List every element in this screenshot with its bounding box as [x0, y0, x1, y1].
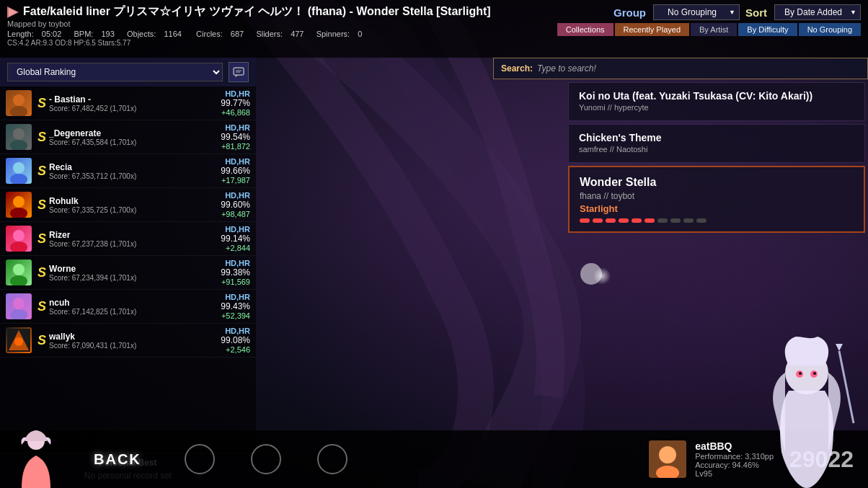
player-score: Score: 67,435,584 (1,701x) [49, 138, 221, 146]
active-song-artist: fhana // toybot [580, 191, 854, 201]
svg-point-31 [813, 372, 816, 375]
mode-button-1[interactable] [185, 444, 215, 474]
player-score: Score: 67,353,712 (1,700x) [49, 172, 221, 180]
song-full-title: Fate/kaleid liner プリスマ☆イリヤ ツヴァイ ヘルツ！ (fh… [23, 4, 491, 19]
diff-dot [580, 218, 590, 223]
mode-button-3[interactable] [317, 444, 347, 474]
avatar [6, 124, 32, 150]
score-details: HD,HR 99.66% +17,987 [221, 157, 250, 185]
score-details: HD,HR 99.08% +2,546 [221, 327, 250, 354]
player-name: - Bastian - [49, 94, 221, 105]
spinners-label: Spinners: [316, 30, 350, 38]
song-info-panel: Fate/kaleid liner プリスマ☆イリヤ ツヴァイ ヘルツ！ (fh… [7, 4, 557, 47]
svg-point-25 [659, 446, 676, 463]
bpm-value: 193 [101, 30, 114, 38]
ranking-dropdown[interactable]: Global Ranking [7, 63, 223, 81]
sort-label: Sort [745, 6, 767, 19]
svg-point-16 [10, 241, 27, 252]
score-details: HD,HR 99.14% +2,844 [221, 225, 250, 252]
circles-value: 687 [231, 30, 244, 38]
mode-button-2[interactable] [251, 444, 281, 474]
svg-point-12 [10, 174, 27, 184]
search-bar: Search: Type to search! [493, 58, 868, 79]
back-button-area: BACK [94, 451, 141, 468]
difficulty-dots [580, 218, 854, 223]
accuracy: 99.77% [221, 98, 250, 108]
svg-point-30 [799, 372, 802, 375]
sort-dropdown[interactable]: By Date Added [774, 4, 861, 20]
active-song-card[interactable]: Wonder Stella fhana // toybot Starlight [568, 166, 865, 233]
accuracy: 99.60% [221, 200, 250, 210]
player-name: ncuh [49, 298, 221, 308]
score-details: HD,HR 99.77% +46,868 [221, 89, 250, 117]
table-row[interactable]: S Rizer Score: 67,237,238 (1,701x) HD,HR… [0, 222, 256, 256]
table-row[interactable]: S wallyk Score: 67,090,431 (1,701x) HD,H… [0, 324, 256, 358]
player-name: wallyk [49, 332, 221, 342]
table-row[interactable]: S ncuh Score: 67,142,825 (1,701x) HD,HR … [0, 290, 256, 324]
mods: HD,HR [221, 327, 250, 335]
mods: HD,HR [221, 293, 250, 301]
avatar [6, 158, 32, 184]
pp-gain: +98,487 [221, 210, 250, 218]
pp-gain: +17,987 [221, 176, 250, 185]
mode-select-buttons [185, 444, 347, 474]
score-details: HD,HR 99.54% +81,872 [221, 123, 250, 151]
score-details: HD,HR 99.43% +52,394 [221, 293, 250, 320]
accuracy: 99.14% [221, 234, 250, 244]
svg-point-14 [10, 208, 27, 218]
group-dropdown[interactable]: No Grouping [653, 4, 740, 20]
accuracy: 99.38% [221, 267, 250, 278]
table-row[interactable]: S - Bastian - Score: 67,482,452 (1,701x)… [0, 86, 256, 120]
tab-collections[interactable]: Collections [557, 23, 614, 36]
mods: HD,HR [221, 123, 250, 132]
svg-point-20 [10, 309, 27, 319]
player-name: Worne [49, 264, 221, 274]
table-row[interactable]: S Recia Score: 67,353,712 (1,700x) HD,HR… [0, 154, 256, 188]
grade-icon: S [37, 198, 46, 213]
mods: HD,HR [221, 89, 250, 98]
mapped-by: Mapped by toybot [7, 19, 557, 28]
objects-value: 1164 [164, 30, 181, 38]
group-sort-row: Group No Grouping Sort By Date Added [614, 4, 861, 20]
group-label: Group [614, 6, 646, 19]
song-artist: Yunomi // hypercyte [579, 103, 854, 112]
diff-dot [657, 218, 668, 223]
table-row[interactable]: S Rohulk Score: 67,335,725 (1,700x) HD,H… [0, 188, 256, 222]
tab-recently-played[interactable]: Recently Played [615, 23, 690, 36]
tab-by-artist[interactable]: By Artist [691, 23, 737, 36]
svg-rect-4 [234, 68, 244, 75]
player-info: Recia Score: 67,353,712 (1,700x) [49, 162, 221, 180]
svg-point-15 [13, 230, 25, 241]
diff-dot [670, 218, 681, 223]
pp-gain: +81,872 [221, 142, 250, 151]
bottom-right-character [745, 337, 868, 488]
accuracy: 99.08% [221, 335, 250, 345]
grade-icon: S [37, 265, 46, 280]
list-item[interactable]: Koi no Uta (feat. Yuzaki Tsukasa (CV: Ki… [568, 82, 865, 121]
bottom-left-character [0, 430, 72, 488]
tab-by-difficulty[interactable]: By Difficulty [738, 23, 797, 36]
tab-no-grouping[interactable]: No Grouping [799, 23, 861, 36]
song-title: Koi no Uta (feat. Yuzaki Tsukasa (CV: Ki… [579, 90, 854, 102]
pp-gain: +91,569 [221, 278, 250, 286]
length-label: Length: [7, 30, 34, 38]
diff-dot [632, 218, 642, 223]
chat-icon[interactable] [229, 62, 249, 82]
avatar [6, 226, 32, 252]
svg-line-32 [839, 351, 854, 423]
svg-point-9 [13, 128, 25, 140]
player-score: Score: 67,482,452 (1,701x) [49, 105, 221, 112]
grade-icon: S [37, 299, 46, 314]
table-row[interactable]: S Worne Score: 67,234,394 (1,701x) HD,HR… [0, 256, 256, 290]
diff-dot [683, 218, 694, 223]
avatar [6, 259, 32, 285]
player-info: Rohulk Score: 67,335,725 (1,700x) [49, 196, 221, 214]
back-button[interactable]: BACK [94, 451, 141, 468]
filter-tabs: Collections Recently Played By Artist By… [557, 23, 861, 36]
list-item[interactable]: Chicken's Theme samfree // Naotoshi [568, 124, 865, 163]
grade-icon: S [37, 333, 46, 348]
sliders-value: 477 [291, 30, 304, 38]
player-info: wallyk Score: 67,090,431 (1,701x) [49, 332, 221, 350]
table-row[interactable]: S _Degenerate Score: 67,435,584 (1,701x)… [0, 120, 256, 154]
osu-icon [7, 6, 19, 18]
